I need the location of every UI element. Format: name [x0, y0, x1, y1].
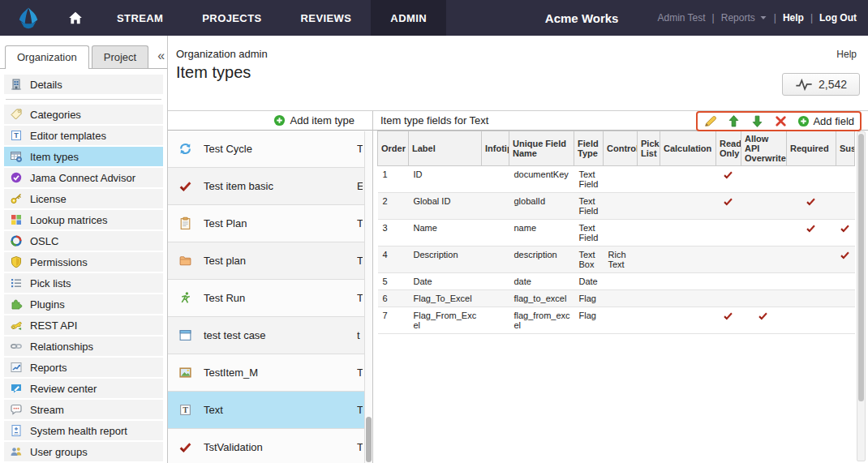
home-icon [68, 11, 83, 25]
field-row-id[interactable]: 1IDdocumentKeyText Field [378, 166, 855, 193]
column-header-read-only[interactable]: Read Only [716, 131, 741, 166]
field-row-flag-to-excel[interactable]: 6Flag_To_Excelflag_to_excelFlag [378, 290, 855, 307]
field-row-global-id[interactable]: 2Global IDglobalIdText Field [378, 193, 855, 220]
nav-projects[interactable]: PROJECTS [183, 0, 281, 36]
sidebar-item-jama-connect-advisor[interactable]: Jama Connect Advisor [4, 168, 163, 187]
edit-field-button[interactable] [703, 114, 717, 128]
column-header-infotip[interactable]: Infotip [482, 131, 509, 166]
activity-count-button[interactable]: 2,542 [782, 73, 860, 96]
check-icon [723, 169, 733, 182]
tab-organization[interactable]: Organization [5, 45, 89, 69]
sidebar-item-details[interactable]: Details [4, 75, 163, 94]
sidebar-item-permissions[interactable]: Permissions [4, 252, 163, 272]
column-header-field-type[interactable]: Field Type [574, 131, 604, 166]
item-type-name: Test Cycle [204, 143, 252, 155]
fields-toolbar: Add field [696, 111, 862, 131]
item-list-scrollbar[interactable] [364, 131, 372, 463]
item-type-row-text[interactable]: TTextT [168, 392, 372, 429]
column-header-pick-list[interactable]: Pick List [638, 131, 660, 166]
cell-suspect [836, 273, 855, 290]
item-type-row-test-run[interactable]: Test RunT [168, 280, 372, 317]
user-group-icon [10, 445, 23, 458]
item-type-key-clipped: T [357, 217, 363, 229]
jama-logo-icon[interactable] [16, 6, 41, 30]
column-header-label[interactable]: Label [409, 131, 482, 166]
sidebar-item-categories[interactable]: Categories [4, 105, 163, 124]
nav-separator: | [810, 12, 813, 24]
cell-field-type: Date [574, 273, 604, 290]
help-button[interactable]: Help [783, 12, 804, 24]
sidebar-item-system-health-report[interactable]: System health report [4, 421, 163, 440]
move-field-up-button[interactable] [727, 114, 741, 128]
sidebar-item-plugins[interactable]: Plugins [4, 294, 163, 314]
sidebar-item-lookup-matrices[interactable]: Lookup matrices [4, 210, 163, 229]
add-item-type-button[interactable]: Add item type [269, 114, 360, 127]
red-check-icon [178, 179, 192, 193]
column-header-control[interactable]: Control [604, 131, 638, 166]
nav-reviews[interactable]: REVIEWS [281, 0, 372, 36]
item-type-row-tstvalidation[interactable]: TstValidationT [168, 429, 372, 463]
move-field-down-button[interactable] [750, 114, 764, 128]
pencil-icon [703, 114, 717, 128]
tab-project[interactable]: Project [92, 45, 148, 68]
breadcrumb: Organization admin [176, 48, 268, 60]
main-panel: Organization admin Help Item types 2,542… [168, 36, 868, 463]
item-type-row-test-test-case[interactable]: test test caset [168, 317, 372, 354]
sidebar-item-license[interactable]: License [4, 189, 163, 208]
column-header-order[interactable]: Order [378, 131, 409, 166]
cell-pick-list [638, 247, 660, 273]
sidebar-item-label: Reports [30, 362, 67, 374]
sidebar-item-editor-templates[interactable]: TEditor templates [4, 126, 163, 145]
cell-read-only [716, 290, 741, 307]
cell-control [604, 193, 638, 220]
page-help-link[interactable]: Help [836, 49, 857, 60]
reports-menu[interactable]: Reports [721, 12, 767, 24]
cell-label: Date [409, 273, 482, 290]
field-row-flag-from-excel[interactable]: 7Flag_From_Excelflag_from_excelFlag [378, 307, 855, 334]
sidebar-item-pick-lists[interactable]: Pick lists [4, 273, 163, 293]
sidebar-item-rest-api[interactable]: REST API [4, 315, 163, 335]
field-row-date[interactable]: 5DatedateDate [378, 273, 855, 290]
pulse-icon [795, 79, 813, 91]
cell-read-only [716, 307, 741, 334]
sidebar-item-item-types[interactable]: Item types [4, 147, 163, 166]
sidebar-item-reports[interactable]: Reports [4, 358, 163, 377]
fields-table-scrollbar[interactable] [857, 131, 866, 461]
column-header-unique-field-name[interactable]: Unique Field Name [509, 131, 574, 166]
item-type-name: Text [204, 404, 223, 416]
item-type-row-test-plan[interactable]: Test PlanT [168, 205, 372, 242]
item-type-row-test-cycle[interactable]: Test CycleT [168, 131, 372, 168]
sidebar-item-stream[interactable]: Stream [4, 400, 163, 419]
field-row-name[interactable]: 3NamenameText Field [378, 220, 855, 247]
item-list-scrollbar-thumb[interactable] [366, 417, 372, 462]
column-header-required[interactable]: Required [787, 131, 836, 166]
cell-required [787, 166, 836, 193]
nav-admin[interactable]: ADMIN [371, 0, 446, 36]
delete-field-button[interactable] [774, 114, 788, 128]
sidebar-item-review-center[interactable]: Review center [4, 379, 163, 398]
item-types-icon [10, 150, 23, 163]
item-type-row-testitem-m[interactable]: TestItem_MT [168, 354, 372, 392]
current-user[interactable]: Admin Test [657, 12, 705, 24]
nav-stream[interactable]: STREAM [97, 0, 183, 36]
home-button[interactable] [54, 0, 97, 36]
field-row-description[interactable]: 4DescriptiondescriptionText BoxRich Text [378, 247, 855, 273]
sidebar-item-user-groups[interactable]: User groups [4, 442, 163, 461]
sidebar-item-relationships[interactable]: Relationships [4, 337, 163, 356]
column-header-allow-api-overwrite[interactable]: Allow API Overwrite [741, 131, 787, 166]
cell-infotip [482, 247, 509, 273]
add-field-button[interactable]: Add field [797, 115, 854, 127]
logout-button[interactable]: Log Out [819, 12, 857, 24]
item-type-row-test-item-basic[interactable]: Test item basicE [168, 168, 372, 205]
svg-text:T: T [14, 131, 19, 139]
fields-table-scrollbar-thumb[interactable] [858, 134, 864, 401]
sidebar-item-oslc[interactable]: OSLC [4, 231, 163, 251]
rest-api-icon [10, 319, 23, 332]
item-type-row-test-plan[interactable]: Test planT [168, 242, 372, 280]
column-header-susp[interactable]: Susp [836, 131, 855, 166]
nav-separator: | [774, 12, 776, 24]
column-header-calculation[interactable]: Calculation [660, 131, 716, 166]
arrow-down-icon [750, 114, 764, 128]
check-icon [758, 311, 768, 323]
cell-order: 3 [378, 220, 409, 247]
